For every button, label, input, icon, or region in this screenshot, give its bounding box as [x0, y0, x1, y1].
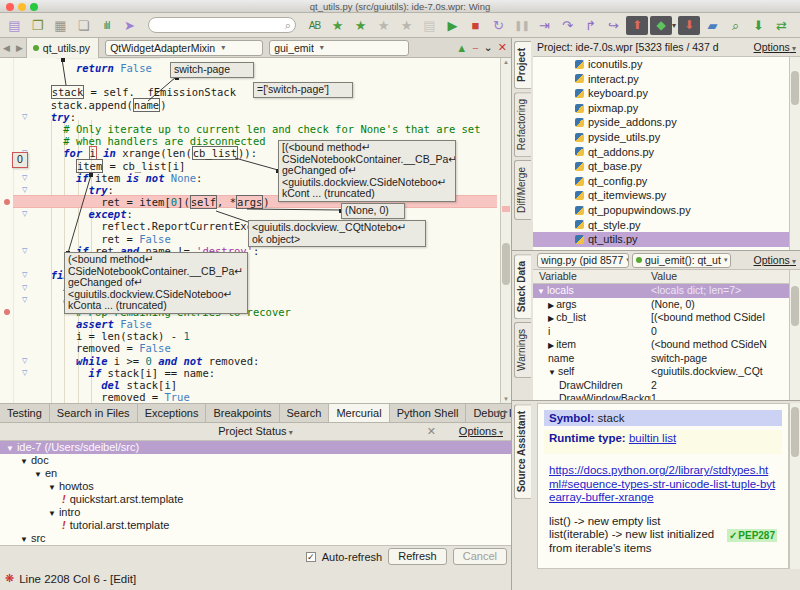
project-file-item[interactable]: qt_itemviews.py [533, 188, 789, 203]
warnings-indicator-icon[interactable]: ▲ [456, 42, 467, 54]
project-file-item[interactable]: pixmap.py [533, 101, 789, 116]
bug-icon[interactable]: ❋ [5, 572, 14, 585]
nav-back-icon[interactable]: ◀ [0, 43, 13, 53]
tab-diff-merge[interactable]: Diff/Merge [514, 160, 531, 220]
bookmark-prev-icon[interactable]: ★ [373, 16, 394, 35]
fold-marker-icon[interactable]: ▽ [22, 357, 32, 365]
tree-row[interactable]: ▼src [0, 532, 511, 545]
debug-console-icon[interactable]: ▰ [702, 16, 723, 35]
search-input[interactable] [149, 22, 277, 36]
step-over-icon[interactable]: ↷ [557, 16, 578, 35]
close-editor-icon[interactable]: ✕ [498, 41, 507, 54]
frame-dropdown[interactable]: gui_emit(): qt_ut [632, 253, 731, 268]
tab-scroll-left-icon[interactable]: ◂ [496, 407, 501, 416]
fold-marker-icon[interactable]: ▽ [22, 271, 32, 279]
step-into-icon[interactable]: ⇥ [534, 16, 555, 35]
bookmark-next-icon[interactable]: ★ [396, 16, 417, 35]
project-file-item[interactable]: qt_base.py [533, 159, 789, 174]
editor-menu-icon[interactable]: ⌄ [484, 41, 493, 54]
editor-scroll-thumb[interactable] [502, 243, 510, 285]
variable-row[interactable]: ▶args(None, 0) [533, 298, 789, 312]
variable-row[interactable]: ▼self<guiutils.dockview._CQt [533, 365, 789, 379]
project-file-item[interactable]: qt_config.py [533, 174, 789, 189]
variable-row[interactable]: DrawWindowBackgro1 [533, 392, 789, 400]
expander-icon[interactable]: ▼ [6, 444, 14, 453]
search-code-icon[interactable]: ⌕ [725, 16, 746, 35]
project-file-item[interactable]: interact.py [533, 72, 789, 87]
runtime-type-link[interactable]: builtin list [629, 432, 676, 444]
stop-icon[interactable]: ■ [465, 16, 486, 35]
run-to-cursor-icon[interactable]: ↪ [603, 16, 624, 35]
new-file-icon[interactable]: ▤ [4, 16, 25, 35]
step-out-icon[interactable]: ↱ [580, 16, 601, 35]
frame-down-icon[interactable]: ⬇ [678, 16, 700, 35]
tab-source-assistant[interactable]: Source Assistant [514, 404, 531, 499]
editor-scrollbar[interactable]: ▲ ▼ [500, 58, 511, 403]
doc-url-link[interactable]: https://docs.python.org/2/library/stdtyp… [549, 464, 775, 503]
fold-marker-icon[interactable]: ▽ [22, 174, 32, 182]
tab-refactoring[interactable]: Refactoring [514, 92, 531, 157]
breakpoint-icon[interactable] [4, 309, 10, 315]
mercurial-options[interactable]: Options [459, 423, 503, 441]
tool-tab-mercurial[interactable]: Mercurial [329, 404, 389, 422]
tool-tab-python-shell[interactable]: Python Shell [390, 404, 467, 422]
debug-file-icon[interactable]: ▤ [419, 16, 440, 35]
scroll-up-icon[interactable]: ▲ [501, 59, 511, 65]
restart-icon[interactable]: ↻ [488, 16, 509, 35]
tool-tab-search-in-files[interactable]: Search in Files [50, 404, 138, 422]
scope-dropdown[interactable]: QtWidgetAdapterMixin [105, 40, 263, 56]
tree-row[interactable]: ▼doc [0, 454, 511, 467]
profile-icon[interactable]: ılıl [96, 16, 117, 35]
variable-row[interactable]: DrawChildren2 [533, 379, 789, 393]
tab-scroll-right-icon[interactable]: ▸ [504, 407, 509, 416]
stack-options[interactable]: Options [754, 254, 796, 266]
open-folder-icon[interactable]: ❐ [27, 16, 48, 35]
tree-row[interactable]: !tutorial.arst.template [0, 519, 511, 532]
assistant-scrollbar[interactable] [789, 403, 800, 569]
pause-icon[interactable]: ❚❚ [511, 16, 532, 35]
frame-menu-caret-icon[interactable]: ▾ [672, 21, 676, 30]
stack-scrollbar[interactable] [789, 270, 800, 400]
project-file-item[interactable]: qt_addons.py [533, 145, 789, 160]
tree-row[interactable]: ▼intro [0, 506, 511, 519]
save-as-icon[interactable]: ❏ [73, 16, 94, 35]
project-file-item[interactable]: pyside_addons.py [533, 115, 789, 130]
variable-row[interactable]: ▼locals<locals dict; len=7> [533, 284, 789, 298]
expander-icon[interactable]: ▼ [20, 457, 28, 466]
expander-icon[interactable]: ▼ [20, 535, 28, 544]
project-file-item[interactable]: qt_popupwindows.py [533, 203, 789, 218]
run-icon[interactable]: ▶ [442, 16, 463, 35]
nav-forward-icon[interactable]: ▶ [13, 43, 26, 53]
symbol-dropdown[interactable]: gui_emit [269, 40, 409, 56]
tool-tab-exceptions[interactable]: Exceptions [138, 404, 207, 422]
sync-icon[interactable]: ⇄ [771, 16, 792, 35]
fold-marker-icon[interactable]: ▽ [22, 186, 32, 194]
collapse-indicator-icon[interactable]: − [472, 42, 478, 54]
save-icon[interactable]: ▦ [50, 16, 71, 35]
tool-tab-testing[interactable]: Testing [0, 404, 50, 422]
code-editor[interactable]: return False stack = self.__fEmissionSta… [0, 58, 511, 403]
tab-project[interactable]: Project [514, 41, 531, 89]
project-options[interactable]: Options [754, 41, 796, 53]
variable-row[interactable]: ▶cb_list[(<bound method CSideI [533, 311, 789, 325]
frame-current-icon[interactable]: ◆ [650, 16, 672, 35]
fold-marker-icon[interactable]: ▽ [22, 369, 32, 377]
fold-marker-icon[interactable]: ▽ [22, 247, 32, 255]
tool-tab-breakpoints[interactable]: Breakpoints [206, 404, 279, 422]
tab-warnings[interactable]: Warnings [514, 322, 531, 378]
variable-row[interactable]: i0 [533, 325, 789, 339]
assistant-scroll-thumb[interactable] [791, 407, 799, 457]
value-column-header[interactable]: Value [651, 270, 677, 283]
scroll-down-icon[interactable]: ▼ [501, 396, 511, 402]
bookmark-add-icon[interactable]: ★ [350, 16, 371, 35]
tree-row[interactable]: ▼ide-7 (/Users/sdeibel/src) [0, 441, 511, 454]
tab-stack-data[interactable]: Stack Data [514, 254, 531, 319]
variable-row[interactable]: nameswitch-page [533, 352, 789, 366]
variable-row[interactable]: ▶item(<bound method CSideN [533, 338, 789, 352]
project-file-item[interactable]: qt_style.py [533, 218, 789, 233]
project-scrollbar[interactable] [789, 57, 800, 250]
project-file-item[interactable]: keyboard.py [533, 86, 789, 101]
fold-marker-icon[interactable]: ▽ [22, 296, 32, 304]
stack-scroll-thumb[interactable] [791, 286, 799, 326]
variable-column-header[interactable]: Variable [533, 270, 651, 283]
